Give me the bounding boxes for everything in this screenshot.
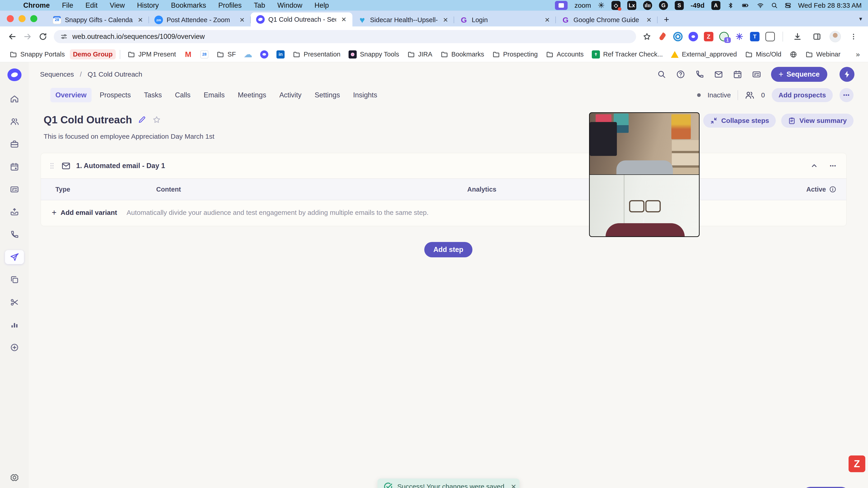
- drag-handle-icon[interactable]: [48, 162, 56, 170]
- edit-title-pencil-icon[interactable]: [138, 116, 147, 124]
- settings-gear-icon[interactable]: [9, 473, 20, 483]
- a-app-icon[interactable]: A: [711, 1, 720, 10]
- bookmark-snappy-portals[interactable]: Snappy Portals: [6, 49, 68, 60]
- bookmark-misc-old[interactable]: Misc/Old: [742, 49, 784, 60]
- side-panel-icon[interactable]: [810, 30, 824, 43]
- screen-share-icon[interactable]: [555, 1, 567, 10]
- tab-overview[interactable]: Overview: [51, 88, 92, 102]
- shield-app-icon[interactable]: S: [675, 1, 684, 10]
- close-tab-icon[interactable]: ✕: [645, 16, 653, 24]
- bookmarks-overflow-chevron[interactable]: »: [856, 50, 862, 59]
- tab-settings[interactable]: Settings: [310, 88, 345, 102]
- toast-close-icon[interactable]: ✕: [510, 483, 516, 488]
- minimize-window-button[interactable]: [19, 15, 26, 22]
- swirl-extension-icon[interactable]: [673, 32, 683, 41]
- logitech-icon[interactable]: G: [659, 1, 668, 10]
- tab-snappy-gifts-calendar[interactable]: 28 Snappy Gifts - Calendar - We ✕: [47, 13, 149, 26]
- bookmark-globe[interactable]: [786, 49, 800, 60]
- outreach-extension-icon[interactable]: [688, 32, 698, 41]
- menu-bookmarks[interactable]: Bookmarks: [165, 1, 212, 9]
- video-call-overlay[interactable]: [589, 112, 700, 237]
- menu-history[interactable]: History: [131, 1, 165, 9]
- bookmark-jira[interactable]: JIRA: [404, 49, 436, 60]
- step-more-icon[interactable]: •••: [830, 163, 836, 169]
- t-extension-icon[interactable]: T: [750, 32, 760, 41]
- snowflake-menu-icon[interactable]: ✳: [598, 1, 604, 10]
- downloads-icon[interactable]: [791, 30, 804, 43]
- bookmark-calendar[interactable]: 28: [197, 49, 212, 60]
- site-settings-tune-icon[interactable]: [60, 33, 68, 40]
- tab-sidecar-health[interactable]: ♥ Sidecar Health--Upsell-Marc ✕: [352, 13, 454, 26]
- zoom-window-button[interactable]: [30, 15, 37, 22]
- bookmark-bookmarks-folder[interactable]: Bookmarks: [437, 49, 487, 60]
- menu-help[interactable]: Help: [308, 1, 335, 9]
- tab-meetings[interactable]: Meetings: [233, 88, 271, 102]
- menu-clock[interactable]: Wed Feb 28 8:33 AM: [798, 2, 862, 9]
- wifi-icon[interactable]: [756, 2, 764, 9]
- zoominfo-extension-icon[interactable]: Z: [704, 32, 713, 41]
- info-icon[interactable]: [829, 186, 836, 193]
- menu-file[interactable]: File: [56, 1, 79, 9]
- tab-prospects[interactable]: Prospects: [95, 88, 136, 102]
- sidebar-item-tasks[interactable]: [5, 182, 24, 196]
- activate-button[interactable]: Activate: [803, 487, 849, 488]
- menu-tab[interactable]: Tab: [248, 1, 271, 9]
- quick-actions-bolt-button[interactable]: [839, 67, 855, 82]
- tab-search-chevron-icon[interactable]: ▾: [859, 15, 862, 22]
- bookmark-demo-group[interactable]: Demo Group: [70, 49, 116, 59]
- tab-tasks[interactable]: Tasks: [139, 88, 167, 102]
- collapse-step-chevron-icon[interactable]: [810, 162, 818, 170]
- sidebar-item-reports[interactable]: [5, 318, 24, 332]
- box-app-icon[interactable]: ◇: [612, 1, 620, 10]
- bookmark-outreach[interactable]: [257, 49, 272, 60]
- close-tab-icon[interactable]: ✕: [543, 16, 551, 24]
- tab-emails[interactable]: Emails: [199, 88, 230, 102]
- sidebar-item-outbox[interactable]: [5, 205, 24, 219]
- sidebar-item-accounts[interactable]: [5, 137, 24, 151]
- bookmark-accounts[interactable]: Accounts: [543, 49, 587, 60]
- chrome-menu-kebab-icon[interactable]: [847, 30, 860, 43]
- bookmark-presentation[interactable]: Presentation: [289, 49, 344, 60]
- grammarly-extension-icon[interactable]: 1: [719, 32, 729, 41]
- menu-app-name[interactable]: Chrome: [17, 1, 56, 9]
- step-header[interactable]: 1. Automated email - Day 1 •••: [41, 153, 846, 178]
- mail-icon[interactable]: [714, 70, 723, 79]
- close-window-button[interactable]: [7, 15, 14, 22]
- close-tab-icon[interactable]: ✕: [441, 16, 450, 24]
- close-tab-icon[interactable]: ✕: [340, 16, 348, 23]
- bookmark-gmail[interactable]: M: [181, 49, 195, 60]
- add-step-button[interactable]: Add step: [424, 242, 472, 257]
- sidebar-item-sequences[interactable]: [5, 250, 24, 264]
- sidebar-item-calls[interactable]: [5, 228, 24, 241]
- bookmark-snappy-tools[interactable]: Snappy Tools: [345, 49, 402, 60]
- outreach-logo[interactable]: [7, 68, 22, 81]
- sidebar-item-home[interactable]: [5, 92, 24, 106]
- tab-post-attendee-zoom[interactable]: zm Post Attendee - Zoom ✕: [149, 13, 251, 26]
- bookmark-external-approved[interactable]: External_approved: [668, 49, 740, 59]
- bookmark-webinar[interactable]: Webinar: [802, 49, 844, 60]
- address-bar[interactable]: web.outreach.io/sequences/1009/overview: [54, 30, 636, 43]
- menu-window[interactable]: Window: [271, 1, 308, 9]
- menu-edit[interactable]: Edit: [79, 1, 103, 9]
- add-email-variant-button[interactable]: + Add email variant: [49, 206, 120, 219]
- spotlight-icon[interactable]: [771, 2, 778, 9]
- pepper-extension-icon[interactable]: [658, 32, 667, 41]
- bluetooth-icon[interactable]: [727, 2, 734, 9]
- task-list-icon[interactable]: [752, 70, 761, 79]
- new-sequence-button[interactable]: + Sequence: [771, 67, 827, 82]
- sidebar-item-calendar[interactable]: [5, 160, 24, 174]
- bookmark-salesforce[interactable]: ☁: [241, 49, 255, 60]
- zoominfo-widget[interactable]: Z: [848, 455, 865, 472]
- view-summary-button[interactable]: View summary: [781, 113, 854, 128]
- bookmark-linkedin[interactable]: in: [273, 49, 288, 60]
- calendar-icon[interactable]: [733, 70, 742, 79]
- audio-waveform-icon[interactable]: ılıı: [643, 1, 652, 10]
- sidebar-item-snippets[interactable]: [5, 295, 24, 309]
- battery-icon[interactable]: [741, 2, 750, 9]
- bookmark-star-icon[interactable]: [640, 30, 654, 43]
- search-icon[interactable]: [657, 70, 666, 79]
- extensions-puzzle-icon[interactable]: [765, 32, 775, 41]
- tab-login[interactable]: G Login ✕: [454, 13, 556, 26]
- add-prospects-button[interactable]: Add prospects: [772, 88, 833, 102]
- tab-q1-cold-outreach[interactable]: Q1 Cold Outreach - Sequence ✕: [251, 12, 352, 26]
